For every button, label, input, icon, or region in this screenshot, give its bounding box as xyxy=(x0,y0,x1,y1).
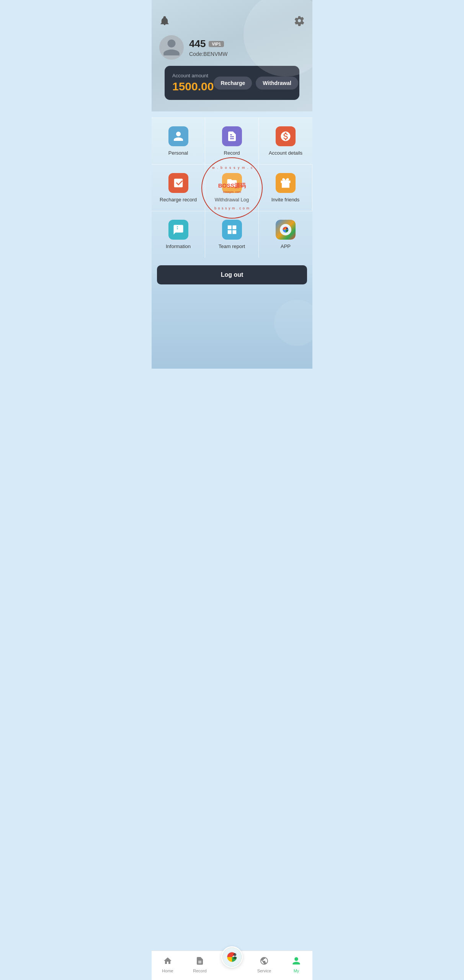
account-card: Account amount 1500.00 Recharge Withdraw… xyxy=(165,66,299,100)
center-nav-icon xyxy=(221,946,243,968)
record-nav-label: Record xyxy=(193,969,206,973)
svg-point-3 xyxy=(286,228,288,230)
bottom-nav: Home Record Service xyxy=(152,951,312,980)
center-app-icon xyxy=(222,947,242,967)
bell-icon[interactable] xyxy=(159,15,170,28)
service-nav-icon xyxy=(260,956,269,967)
app-label: APP xyxy=(281,243,291,249)
withdrawal-log-icon xyxy=(222,173,242,193)
svg-rect-1 xyxy=(178,226,179,227)
nav-my[interactable]: My xyxy=(280,956,312,973)
profile-code: Code:BENVMW xyxy=(189,51,227,57)
menu-row-2: Recharge record Withdrawal Log Invite fr… xyxy=(152,164,312,211)
menu-item-account-details[interactable]: Account details xyxy=(259,118,312,164)
logout-section: Log out xyxy=(152,258,312,292)
recharge-record-label: Recharge record xyxy=(160,197,197,203)
home-nav-icon xyxy=(163,956,172,967)
menu-item-invite-friends[interactable]: Invite friends xyxy=(259,165,312,211)
menu-item-information[interactable]: Information xyxy=(152,211,205,258)
withdrawal-log-label: Withdrawal Log xyxy=(215,197,249,203)
team-report-label: Team report xyxy=(219,243,245,249)
profile-info: 445 VIP1 Code:BENVMW xyxy=(189,38,227,57)
information-label: Information xyxy=(166,243,191,249)
nav-center[interactable] xyxy=(216,946,248,968)
svg-point-5 xyxy=(234,953,237,956)
account-label: Account amount xyxy=(172,73,214,78)
my-nav-icon xyxy=(292,956,301,967)
personal-label: Personal xyxy=(168,150,188,156)
logout-button[interactable]: Log out xyxy=(157,265,307,284)
nav-home[interactable]: Home xyxy=(152,956,184,973)
account-info: Account amount 1500.00 xyxy=(172,73,214,93)
my-nav-label: My xyxy=(294,969,299,973)
settings-icon[interactable] xyxy=(294,15,305,28)
nav-service[interactable]: Service xyxy=(248,956,280,973)
header-top-bar xyxy=(159,15,305,28)
menu-item-team-report[interactable]: Team report xyxy=(205,211,259,258)
app-icon-box xyxy=(276,220,296,240)
bottom-filler xyxy=(152,292,312,369)
profile-row: 445 VIP1 Code:BENVMW xyxy=(159,35,305,60)
profile-name-row: 445 VIP1 xyxy=(189,38,227,50)
service-nav-label: Service xyxy=(257,969,271,973)
record-label: Record xyxy=(224,150,240,156)
personal-icon xyxy=(168,126,188,146)
menu-grid: Personal Record Account details Recharge… xyxy=(152,118,312,258)
menu-item-app[interactable]: APP xyxy=(259,211,312,258)
profile-username: 445 xyxy=(189,38,206,50)
menu-row-3: Information Team report xyxy=(152,211,312,258)
menu-item-personal[interactable]: Personal xyxy=(152,118,205,164)
account-details-icon xyxy=(276,126,296,146)
team-report-icon xyxy=(222,220,242,240)
nav-record[interactable]: Record xyxy=(184,956,216,973)
avatar xyxy=(159,35,184,60)
menu-item-withdrawal-log[interactable]: Withdrawal Log xyxy=(205,165,259,211)
app-icon xyxy=(276,220,296,240)
svg-rect-0 xyxy=(178,228,179,231)
record-nav-icon xyxy=(195,956,204,967)
recharge-button[interactable]: Recharge xyxy=(214,77,252,90)
invite-friends-label: Invite friends xyxy=(271,197,300,203)
invite-friends-icon xyxy=(276,173,296,193)
menu-item-recharge-record[interactable]: Recharge record xyxy=(152,165,205,211)
record-icon xyxy=(222,126,242,146)
information-icon xyxy=(168,220,188,240)
menu-row-1: Personal Record Account details xyxy=(152,118,312,164)
header-section: 445 VIP1 Code:BENVMW Account amount 1500… xyxy=(152,0,312,111)
account-amount: 1500.00 xyxy=(172,80,214,93)
recharge-record-icon xyxy=(168,173,188,193)
account-details-label: Account details xyxy=(269,150,302,156)
menu-item-record[interactable]: Record xyxy=(205,118,259,164)
withdrawal-button[interactable]: Withdrawal xyxy=(256,77,298,90)
vip-badge: VIP1 xyxy=(209,41,224,47)
home-nav-label: Home xyxy=(162,969,173,973)
account-buttons: Recharge Withdrawal xyxy=(214,77,298,90)
